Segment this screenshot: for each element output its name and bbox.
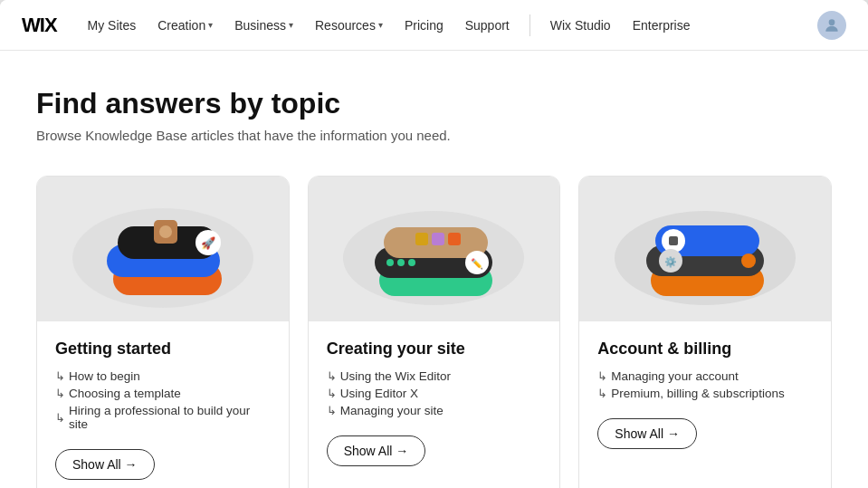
chevron-down-icon: ▾ — [208, 20, 213, 30]
svg-point-27 — [741, 254, 756, 268]
svg-rect-26 — [669, 236, 678, 245]
nav-pricing[interactable]: Pricing — [396, 13, 453, 38]
card-title-account-billing: Account & billing — [597, 340, 813, 359]
svg-rect-15 — [448, 233, 461, 245]
card-links-account-billing: Managing your account Premium, billing &… — [597, 369, 813, 400]
wix-logo[interactable]: WIX — [22, 14, 57, 37]
topic-cards-grid: 🚀 Getting started How to begin Choosing … — [36, 176, 832, 488]
nav-creation[interactable]: Creation ▾ — [148, 13, 222, 38]
card-image-getting-started: 🚀 — [37, 177, 289, 321]
nav-wix-studio[interactable]: Wix Studio — [541, 13, 620, 38]
getting-started-illustration: 🚀 — [63, 186, 262, 312]
card-image-creating-site: ✏️ — [309, 177, 560, 321]
chevron-down-icon: ▾ — [378, 20, 383, 30]
link-hiring-professional[interactable]: Hiring a professional to build your site — [55, 404, 271, 431]
link-managing-site[interactable]: Managing your site — [327, 404, 542, 417]
card-getting-started: 🚀 Getting started How to begin Choosing … — [36, 176, 290, 488]
browser-frame: WIX My Sites Creation ▾ Business ▾ Resou… — [0, 0, 868, 488]
nav-support[interactable]: Support — [456, 13, 519, 38]
nav-divider — [529, 14, 530, 36]
user-icon — [823, 16, 841, 34]
svg-point-0 — [829, 19, 835, 25]
link-choosing-template[interactable]: Choosing a template — [55, 387, 271, 400]
creating-site-illustration: ✏️ — [334, 186, 533, 312]
card-title-creating-site: Creating your site — [327, 340, 542, 359]
svg-text:🚀: 🚀 — [201, 235, 216, 251]
link-wix-editor[interactable]: Using the Wix Editor — [327, 369, 542, 383]
svg-rect-13 — [415, 233, 428, 245]
main-content: Find answers by topic Browse Knowledge B… — [0, 51, 868, 488]
card-creating-site: ✏️ Creating your site Using the Wix Edit… — [308, 176, 561, 488]
account-billing-illustration: ⚙️ — [606, 186, 805, 312]
card-links-creating-site: Using the Wix Editor Using Editor X Mana… — [327, 369, 542, 417]
nav-links: My Sites Creation ▾ Business ▾ Resources… — [79, 13, 817, 38]
show-all-creating-site[interactable]: Show All → — [327, 435, 426, 466]
svg-point-18 — [386, 259, 394, 266]
nav-business[interactable]: Business ▾ — [225, 13, 302, 38]
navigation: WIX My Sites Creation ▾ Business ▾ Resou… — [0, 0, 868, 51]
show-all-account-billing[interactable]: Show All → — [597, 418, 697, 449]
svg-point-8 — [159, 225, 172, 238]
card-body-account-billing: Account & billing Managing your account … — [579, 321, 831, 467]
card-title-getting-started: Getting started — [55, 340, 271, 359]
card-body-getting-started: Getting started How to begin Choosing a … — [37, 321, 289, 488]
card-links-getting-started: How to begin Choosing a template Hiring … — [55, 369, 271, 431]
page-title: Find answers by topic — [36, 87, 832, 120]
nav-resources[interactable]: Resources ▾ — [306, 13, 392, 38]
svg-point-19 — [397, 259, 405, 266]
svg-text:✏️: ✏️ — [471, 257, 483, 270]
svg-point-20 — [408, 259, 415, 266]
svg-rect-14 — [432, 233, 444, 245]
link-editor-x[interactable]: Using Editor X — [327, 387, 542, 400]
link-how-to-begin[interactable]: How to begin — [55, 369, 271, 383]
nav-my-sites[interactable]: My Sites — [79, 13, 146, 38]
chevron-down-icon: ▾ — [289, 20, 293, 30]
svg-text:⚙️: ⚙️ — [664, 255, 677, 268]
page-subtitle: Browse Knowledge Base articles that have… — [36, 128, 832, 143]
link-premium-billing[interactable]: Premium, billing & subscriptions — [597, 387, 813, 400]
nav-enterprise[interactable]: Enterprise — [624, 13, 700, 38]
link-managing-account[interactable]: Managing your account — [597, 369, 813, 383]
card-body-creating-site: Creating your site Using the Wix Editor … — [309, 321, 560, 484]
user-avatar[interactable] — [817, 11, 846, 40]
card-account-billing: ⚙️ Account & billing Managing your accou… — [578, 176, 832, 488]
show-all-getting-started[interactable]: Show All → — [55, 449, 155, 480]
card-image-account-billing: ⚙️ — [579, 177, 831, 321]
